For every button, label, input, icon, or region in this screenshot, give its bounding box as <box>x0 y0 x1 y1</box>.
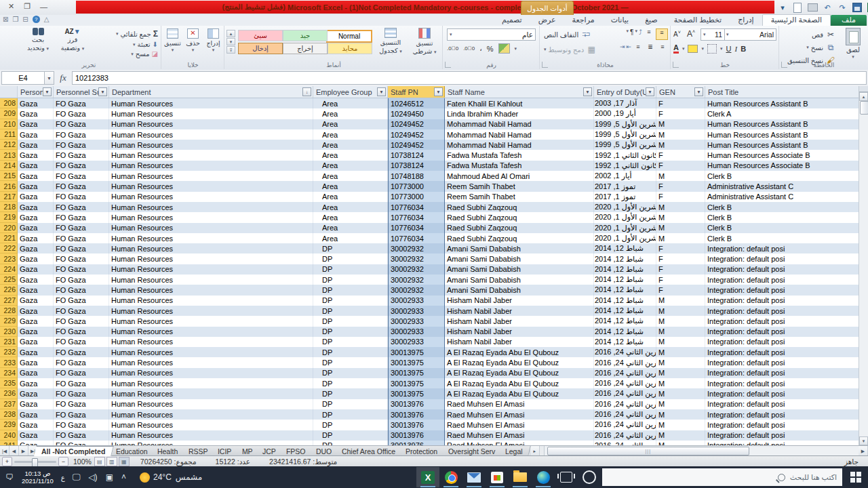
cell[interactable]: M <box>656 223 705 233</box>
cell[interactable]: Gaza <box>18 253 54 264</box>
insert-cells-button[interactable]: إدراج▾ <box>203 28 223 53</box>
cell[interactable]: Gaza <box>18 98 54 108</box>
cell[interactable]: Area <box>313 171 388 181</box>
cell[interactable]: Human Resources <box>109 409 313 420</box>
taskbar-mail-icon[interactable] <box>462 467 486 487</box>
minimize-icon[interactable]: — <box>40 3 47 11</box>
cell[interactable]: DP <box>313 399 388 409</box>
ribbon-tab[interactable]: الصفحة الرئيسية <box>762 14 831 26</box>
cell[interactable]: تموز 1, 2017 <box>594 181 656 191</box>
cell[interactable]: Clerk B <box>705 223 859 233</box>
cell[interactable]: Gaza <box>18 399 54 409</box>
cell[interactable]: Integration: default posi <box>705 316 859 326</box>
cell[interactable]: FO Gaza <box>54 430 109 441</box>
cell[interactable]: 30013976 <box>388 399 445 409</box>
cell[interactable]: Human Resources <box>109 327 313 337</box>
cell[interactable]: Integration: default posi <box>705 243 859 253</box>
cell[interactable]: Human Resources <box>109 388 313 399</box>
collapse-ribbon-icon[interactable]: △ <box>44 16 50 23</box>
cell[interactable]: FO Gaza <box>54 181 109 191</box>
cell[interactable]: Integration: default posi <box>705 420 859 430</box>
row-header[interactable]: 237 <box>0 399 18 409</box>
undo-icon[interactable]: ↶ <box>822 3 833 12</box>
cell[interactable]: 30013976 <box>388 430 445 441</box>
ribbon-tab[interactable]: تخطيط الصفحة <box>666 15 730 26</box>
cell[interactable]: 30013976 <box>388 420 445 430</box>
cell[interactable]: Clerk A <box>705 108 859 119</box>
cell[interactable]: FO Gaza <box>54 441 109 445</box>
cell[interactable]: Gaza <box>18 274 54 285</box>
weather-sun-icon[interactable] <box>140 472 150 483</box>
cell[interactable]: 30013976 <box>388 409 445 420</box>
row-header[interactable]: 222 <box>0 243 18 253</box>
cell[interactable]: 30002932 <box>388 243 445 253</box>
cell[interactable]: Human Resources <box>109 296 313 306</box>
column-header[interactable]: Department↓ <box>109 86 313 98</box>
cell[interactable]: Integration: default posi <box>705 357 859 367</box>
cell[interactable]: تشرين الثاني 24, 2016 <box>594 430 656 441</box>
cell[interactable]: Clerk B <box>705 212 859 222</box>
cell[interactable]: Integration: default posi <box>705 285 859 295</box>
cell[interactable]: M <box>656 327 705 337</box>
sheet-tab[interactable]: All -Not Completed <box>34 446 113 456</box>
cell[interactable]: Integration: default posi <box>705 409 859 420</box>
cell[interactable]: Human Resources <box>109 378 313 388</box>
cell[interactable]: Gaza <box>18 296 54 306</box>
cell[interactable]: Human Resources <box>109 316 313 326</box>
cell[interactable]: 10246512 <box>388 98 445 108</box>
cell[interactable]: Human Resources Assistant B <box>705 129 859 140</box>
cell[interactable]: شباط 12, 2014 <box>594 337 656 347</box>
show-hidden-icons-chevron[interactable]: ˄ <box>121 472 126 482</box>
cell[interactable]: FO Gaza <box>54 119 109 129</box>
cell[interactable]: M <box>656 129 705 140</box>
accounting-format-icon[interactable] <box>498 43 510 54</box>
cell[interactable]: Integration: default posi <box>705 337 859 347</box>
cell[interactable]: أيار 1, 2002 <box>594 171 656 181</box>
page-break-view-icon[interactable]: ▤ <box>94 457 105 466</box>
cell[interactable]: FO Gaza <box>54 192 109 202</box>
cell[interactable]: آذار 17, 2003 <box>594 98 656 108</box>
cell[interactable]: Gaza <box>18 306 54 316</box>
row-header[interactable]: 223 <box>0 253 18 264</box>
cell[interactable]: Hisham Nabil Jaber <box>445 327 594 337</box>
cell[interactable]: Integration: default posi <box>705 347 859 357</box>
text-direction-button[interactable]: ¶ <box>630 28 633 40</box>
scroll-down-icon[interactable]: ▼ <box>859 436 868 445</box>
cell[interactable]: تشرين الأول 1, 2020 <box>594 202 656 212</box>
cell[interactable]: 10773000 <box>388 181 445 191</box>
zoom-in-icon[interactable]: + <box>2 457 12 466</box>
autosum-button[interactable]: Σجمع تلقائي▾ <box>116 29 158 39</box>
cell[interactable]: Human Resources <box>109 306 313 316</box>
shrink-font-button[interactable]: A˅ <box>673 30 681 38</box>
first-sheet-icon[interactable]: |◀ <box>0 446 9 456</box>
cell[interactable]: كانون الثاني 1, 1992 <box>594 161 656 171</box>
cell[interactable]: Area <box>313 212 388 222</box>
row-header[interactable]: 221 <box>0 233 18 243</box>
delete-cells-button[interactable]: ✕ حذف▾ <box>183 28 203 53</box>
cell[interactable]: FO Gaza <box>54 357 109 367</box>
ribbon-tab[interactable]: عرض <box>530 15 564 26</box>
cell[interactable]: DP <box>313 274 388 285</box>
cell[interactable]: Raed Muhsen El Amasi <box>445 420 594 430</box>
row-header[interactable]: 233 <box>0 357 18 367</box>
center-button[interactable]: ≣ <box>645 43 656 54</box>
row-header[interactable]: 217 <box>0 192 18 202</box>
filter-dropdown-icon[interactable]: ▼ <box>98 87 107 96</box>
cell[interactable]: Human Resources <box>109 274 313 285</box>
row-header[interactable]: 211 <box>0 129 18 140</box>
cell[interactable]: M <box>656 420 705 430</box>
cell[interactable]: DP <box>313 368 388 378</box>
cell[interactable]: Human Resources <box>109 140 313 150</box>
font-family-combo[interactable]: ▾Arial <box>724 28 776 41</box>
cell[interactable]: Area <box>313 150 388 160</box>
cell[interactable]: Mahmoud Abed Al Omari <box>445 171 594 181</box>
cell[interactable]: Gaza <box>18 409 54 420</box>
row-header[interactable]: 235 <box>0 378 18 388</box>
cell[interactable]: DP <box>313 327 388 337</box>
prev-sheet-icon[interactable]: ◀ <box>9 446 19 456</box>
cell[interactable]: FO Gaza <box>54 347 109 357</box>
notification-center-icon[interactable]: 🗨 <box>5 472 14 482</box>
column-header[interactable]: Entry of Duty(UNRWA)▼ <box>594 86 656 98</box>
cell[interactable]: شباط 12, 2014 <box>594 274 656 285</box>
clipboard-dialog-launcher[interactable] <box>781 62 787 68</box>
